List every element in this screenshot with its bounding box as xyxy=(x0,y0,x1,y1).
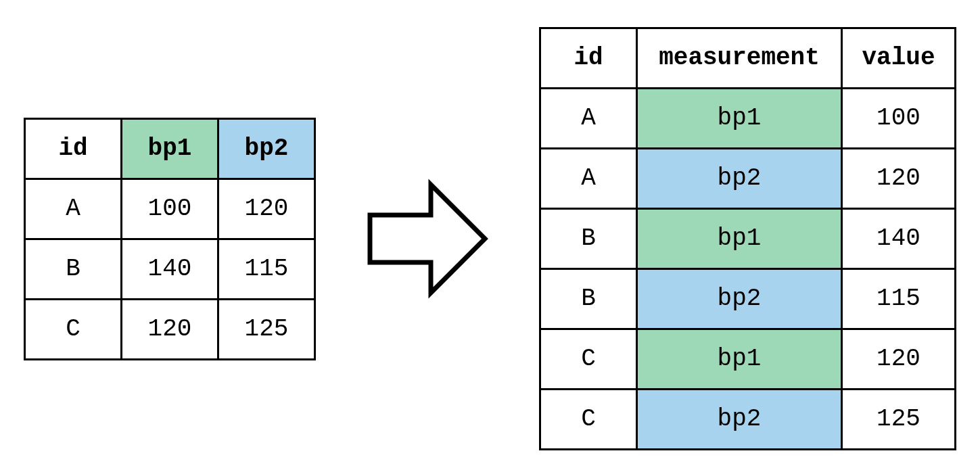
diagram-stage: id bp1 bp2 A 100 120 B 140 115 C xyxy=(0,0,980,470)
long-cell-id: B xyxy=(540,269,637,329)
long-cell-id: A xyxy=(540,149,637,209)
long-row: C bp2 125 xyxy=(540,390,956,450)
wide-cell-id: A xyxy=(25,179,122,239)
long-cell-id: C xyxy=(540,390,637,450)
wide-header-bp1: bp1 xyxy=(122,118,218,179)
long-row: B bp2 115 xyxy=(540,269,956,329)
wide-cell-bp2: 115 xyxy=(218,239,315,299)
long-row: A bp2 120 xyxy=(540,149,956,209)
long-cell-measurement: bp1 xyxy=(637,89,842,149)
long-cell-value: 125 xyxy=(842,390,956,450)
long-header-measurement: measurement xyxy=(637,28,842,89)
long-cell-measurement: bp2 xyxy=(637,269,842,329)
long-cell-id: C xyxy=(540,329,637,390)
long-cell-measurement: bp1 xyxy=(637,329,842,390)
wide-cell-bp2: 125 xyxy=(218,299,315,359)
long-row: C bp1 120 xyxy=(540,329,956,390)
long-header-id: id xyxy=(540,28,637,89)
long-cell-value: 115 xyxy=(842,269,956,329)
wide-cell-bp1: 100 xyxy=(122,179,218,239)
long-cell-measurement: bp2 xyxy=(637,149,842,209)
wide-table: id bp1 bp2 A 100 120 B 140 115 C xyxy=(24,118,316,360)
wide-row: A 100 120 xyxy=(25,179,315,239)
wide-cell-id: B xyxy=(25,239,122,299)
wide-table-header-row: id bp1 bp2 xyxy=(25,118,315,179)
long-cell-value: 120 xyxy=(842,149,956,209)
wide-cell-bp1: 140 xyxy=(122,239,218,299)
long-header-value: value xyxy=(842,28,956,89)
long-cell-measurement: bp2 xyxy=(637,390,842,450)
wide-header-bp2: bp2 xyxy=(218,118,315,179)
wide-header-id: id xyxy=(25,118,122,179)
wide-row: C 120 125 xyxy=(25,299,315,359)
long-cell-measurement: bp1 xyxy=(637,209,842,269)
wide-cell-bp2: 120 xyxy=(218,179,315,239)
long-cell-value: 120 xyxy=(842,329,956,390)
long-cell-id: B xyxy=(540,209,637,269)
wide-cell-bp1: 120 xyxy=(122,299,218,359)
long-table: id measurement value A bp1 100 A bp2 120… xyxy=(539,27,956,450)
long-row: B bp1 140 xyxy=(540,209,956,269)
long-row: A bp1 100 xyxy=(540,89,956,149)
wide-row: B 140 115 xyxy=(25,239,315,299)
long-cell-value: 140 xyxy=(842,209,956,269)
arrow-right-icon xyxy=(363,178,492,300)
long-cell-id: A xyxy=(540,89,637,149)
wide-cell-id: C xyxy=(25,299,122,359)
long-cell-value: 100 xyxy=(842,89,956,149)
long-table-header-row: id measurement value xyxy=(540,28,956,89)
